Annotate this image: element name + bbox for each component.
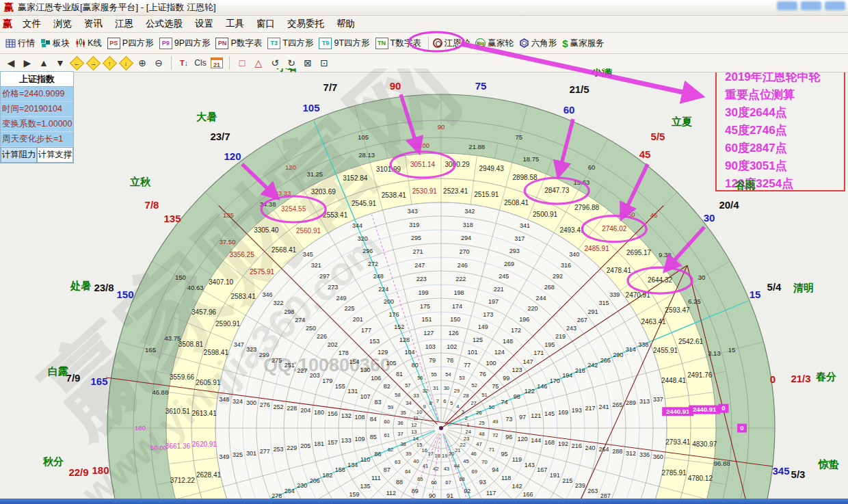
toolbar-p-square-label: P四方形 [122, 38, 154, 49]
window-title: 赢家江恩专业版[赢家服务平台] - [上证指数 江恩轮] [18, 1, 216, 14]
toolbar-p-table-button[interactable]: PNP数字表 [214, 36, 266, 51]
nav-forward-button[interactable]: ▶ [21, 56, 34, 70]
pan-down-icon: ↓ [118, 55, 133, 70]
menu-浏览[interactable]: 浏览 [47, 17, 78, 30]
sort-updown-icon: T↓ [180, 59, 188, 67]
nav-pan-up-button[interactable]: ↑ [103, 56, 116, 70]
pan-left-icon: ← [69, 55, 83, 70]
t-square-icon: T3 [267, 38, 280, 49]
nav-sort-updown-button[interactable]: T↓ [177, 56, 191, 70]
toolbar-quotes-label: 行情 [18, 38, 35, 49]
nav-separator [171, 56, 172, 70]
menu-设置[interactable]: 设置 [189, 17, 220, 30]
key-levels-annotation-box: 2019年江恩轮中轮重要点位测算30度2644点45度2746点60度2847点… [715, 63, 845, 191]
triangle-tool-icon: △ [255, 57, 263, 68]
nav-select-box-button[interactable]: ⊠ [301, 56, 315, 70]
toolbar-t-table-button[interactable]: TNT数字表 [374, 36, 425, 51]
9p-square-icon: P9 [159, 38, 172, 49]
calendar-icon: 21 [211, 57, 223, 68]
nav-pan-left-button[interactable]: ← [70, 56, 83, 70]
toolbar-t-square-button[interactable]: T3T四方形 [266, 36, 317, 51]
winner-wheel-icon: Big [475, 38, 486, 49]
toolbar-winner-wheel-button[interactable]: Big赢家轮 [474, 36, 518, 51]
nav-zoom-out-button[interactable]: ⊖ [152, 56, 165, 70]
instrument-info-panel: 上证指数 价格=2440.9099时间=20190104变换系数=1.00000… [0, 71, 74, 163]
info-row-3: 周天变化步长=1 [1, 132, 73, 147]
toolbar-hexagon-label: 六角形 [531, 38, 557, 49]
p-table-icon: PN [215, 38, 228, 49]
calc-support-button[interactable]: 计算支撑 [37, 147, 73, 163]
nav-triangle-tool-button[interactable]: △ [252, 56, 265, 70]
toolbar-9t-square-button[interactable]: T99T四方形 [317, 36, 373, 51]
menu-帮助[interactable]: 帮助 [330, 17, 361, 30]
minimize-button[interactable] [777, 1, 797, 10]
menu-交易委托[interactable]: 交易委托 [281, 17, 330, 30]
nav-cls-button[interactable]: Cls [194, 56, 207, 70]
toolbar-gann-wheel-label: 江恩轮 [445, 38, 471, 49]
toolbar-9p-square-button[interactable]: P99P四方形 [158, 36, 215, 51]
toolbar-p-square-button[interactable]: PSP四方形 [106, 36, 158, 51]
rect-tool-icon: □ [239, 57, 245, 68]
toolbar-sectors-button[interactable]: 板块 [39, 36, 74, 51]
menu-文件[interactable]: 文件 [16, 17, 47, 30]
app-logo-icon: 赢 [4, 1, 14, 14]
toolbar-quotes-button[interactable]: 行情 [4, 36, 39, 51]
quotes-grid-icon [5, 39, 16, 48]
window-controls[interactable] [777, 1, 845, 10]
nav-back-button[interactable]: ◀ [4, 56, 18, 70]
zoom-in-icon: ⊕ [138, 57, 146, 68]
nav-page-down-button[interactable]: ▼ [53, 56, 67, 70]
nav-rotate-cw-button[interactable]: ↻ [284, 56, 298, 70]
menu-公式选股[interactable]: 公式选股 [140, 17, 189, 30]
info-row-1: 时间=20190104 [1, 102, 73, 117]
t-table-icon: TN [375, 38, 388, 49]
nav-rect-tool-button[interactable]: □ [235, 56, 249, 70]
main-toolbar: 行情板块K线PSP四方形P99P四方形PNP数字表T3T四方形T99T四方形TN… [0, 33, 848, 54]
nav-rotate-ccw-button[interactable]: ↺ [268, 56, 282, 70]
select-box-icon: ⊠ [304, 57, 312, 68]
nav-page-up-button[interactable]: ▲ [37, 56, 51, 70]
key-level-line-5: 90度3051点 [725, 157, 844, 175]
menu-江恩[interactable]: 江恩 [109, 17, 140, 30]
close-button[interactable] [825, 1, 845, 10]
nav-center-view-button[interactable]: ⊡ [317, 56, 331, 70]
calc-resistance-button[interactable]: 计算阻力 [1, 147, 37, 163]
key-level-line-1: 重要点位测算 [725, 86, 844, 104]
menu-资讯[interactable]: 资讯 [78, 17, 109, 30]
hexagon-icon [519, 38, 529, 48]
toolbar-winner-wheel-label: 赢家轮 [488, 38, 514, 49]
pan-up-icon: ↑ [102, 55, 116, 70]
sector-blocks-icon [40, 38, 51, 48]
key-level-line-6: 120度3254点 [725, 175, 844, 193]
toolbar-separator [428, 36, 429, 50]
toolbar-sectors-label: 板块 [53, 38, 70, 49]
menu-窗口[interactable]: 窗口 [250, 17, 281, 30]
toolbar-9p-square-label: 9P四方形 [174, 38, 211, 49]
rotate-ccw-icon: ↺ [271, 57, 279, 68]
center-view-icon: ⊡ [320, 57, 328, 68]
nav-pan-down-button[interactable]: ↓ [119, 56, 133, 70]
nav-calendar-button[interactable]: 21 [210, 56, 224, 70]
key-level-line-2: 30度2644点 [725, 104, 844, 122]
maximize-button[interactable] [801, 1, 821, 10]
menu-bar: 赢 文件浏览资讯江恩公式选股设置工具窗口交易委托帮助 [0, 16, 848, 33]
toolbar-kline-button[interactable]: K线 [74, 36, 106, 51]
toolbar-gann-wheel-button[interactable]: 江恩轮 [432, 36, 475, 51]
gann-wheel-icon [433, 38, 442, 48]
p-square-icon: PS [107, 38, 120, 49]
taskbar[interactable] [0, 499, 848, 504]
9t-square-icon: T9 [319, 38, 332, 49]
toolbar-9t-square-label: 9T四方形 [334, 38, 369, 49]
pan-right-icon: → [85, 55, 100, 70]
nav-pan-right-button[interactable]: → [86, 56, 100, 70]
nav-separator [229, 56, 230, 70]
menu-工具[interactable]: 工具 [220, 17, 250, 30]
toolbar-hexagon-button[interactable]: 六角形 [518, 36, 561, 51]
info-row-2: 变换系数=1.00000 [1, 117, 73, 132]
toolbar-winner-service-button[interactable]: $赢家服务 [561, 36, 608, 51]
toolbar-t-square-label: T四方形 [282, 38, 313, 49]
key-level-line-3: 45度2746点 [725, 122, 844, 140]
page-up-icon: ▲ [39, 57, 49, 68]
nav-toolbar: ◀▶▲▼←→↑↓⊕⊖T↓Cls21□△↺↻⊠⊡ [0, 54, 848, 72]
nav-zoom-in-button[interactable]: ⊕ [135, 56, 149, 70]
